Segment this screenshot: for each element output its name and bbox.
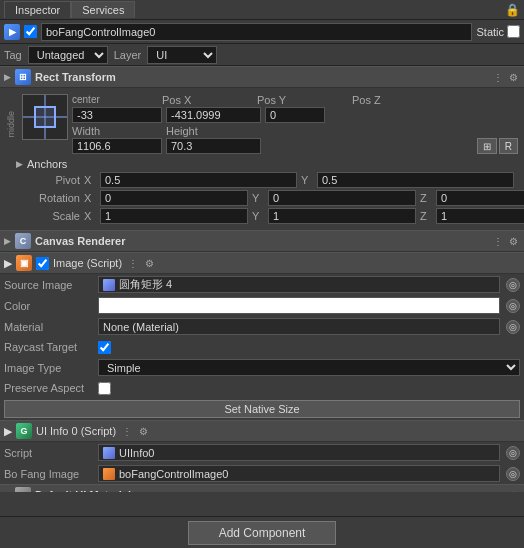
top-bar: Inspector Services 🔒 bbox=[0, 0, 524, 20]
material-text: None (Material) bbox=[103, 321, 179, 333]
layer-dropdown[interactable]: UI bbox=[147, 46, 217, 64]
rect-transform-title: Rect Transform bbox=[35, 71, 487, 83]
rotation-row: Rotation X Y Z bbox=[6, 190, 518, 206]
static-checkbox[interactable] bbox=[507, 25, 520, 38]
source-image-circle-btn[interactable]: ◎ bbox=[506, 278, 520, 292]
r-button[interactable]: ⊞ bbox=[477, 138, 497, 154]
preserve-aspect-label: Preserve Aspect bbox=[4, 382, 94, 394]
canvas-renderer-gear-btn[interactable]: ⚙ bbox=[507, 236, 520, 247]
pivot-xyz: X Y bbox=[84, 172, 514, 188]
pos-y-input[interactable] bbox=[166, 107, 261, 123]
ui-info-script-circle-btn[interactable]: ◎ bbox=[506, 446, 520, 460]
source-image-icon bbox=[103, 279, 115, 291]
width-input[interactable] bbox=[72, 138, 162, 154]
rect-transform-gear-btn[interactable]: ⚙ bbox=[507, 72, 520, 83]
default-material-menu-btn[interactable]: ⋮ bbox=[491, 490, 505, 493]
image-script-gear-btn[interactable]: ⚙ bbox=[143, 258, 156, 269]
image-type-dropdown[interactable]: Simple bbox=[98, 359, 520, 376]
tag-dropdown[interactable]: Untagged bbox=[28, 46, 108, 64]
image-script-triangle[interactable]: ▶ bbox=[4, 257, 12, 270]
scale-label: Scale bbox=[10, 210, 80, 222]
bo-fang-row: Bo Fang Image boFangControlImage0 ◎ bbox=[0, 463, 524, 484]
image-script-actions: ⋮ ⚙ bbox=[126, 257, 156, 269]
rect-transform-triangle[interactable]: ▶ bbox=[4, 72, 11, 82]
source-image-row: Source Image 圆角矩形 4 ◎ bbox=[0, 274, 524, 295]
tab-inspector[interactable]: Inspector bbox=[4, 1, 71, 18]
color-label: Color bbox=[4, 300, 94, 312]
object-name-input[interactable] bbox=[41, 23, 472, 41]
ui-info-icon: G bbox=[16, 423, 32, 439]
scale-y-input[interactable] bbox=[268, 208, 416, 224]
raycast-checkbox[interactable] bbox=[98, 341, 111, 354]
color-swatch[interactable] bbox=[98, 297, 500, 314]
rect-widget bbox=[22, 94, 68, 140]
pos-z-label: Pos Z bbox=[352, 94, 412, 106]
scale-x-input[interactable] bbox=[100, 208, 248, 224]
pos-x-input[interactable] bbox=[72, 107, 162, 123]
width-label: Width bbox=[72, 125, 162, 137]
ui-info-triangle[interactable]: ▶ bbox=[4, 425, 12, 438]
center-label: center bbox=[72, 94, 162, 106]
object-active-checkbox[interactable] bbox=[24, 25, 37, 38]
canvas-renderer-header: ▶ C Canvas Renderer ⋮ ⚙ bbox=[0, 230, 524, 252]
rot-y-label: Y bbox=[252, 192, 264, 204]
color-circle-btn[interactable]: ◎ bbox=[506, 299, 520, 313]
scale-z-input[interactable] bbox=[436, 208, 524, 224]
set-native-size-btn[interactable]: Set Native Size bbox=[4, 400, 520, 418]
canvas-renderer-triangle[interactable]: ▶ bbox=[4, 236, 11, 246]
static-label: Static bbox=[476, 26, 504, 38]
ui-info-script-label: Script bbox=[4, 447, 94, 459]
bo-fang-icon bbox=[103, 468, 115, 480]
default-material-gear-btn[interactable]: ⚙ bbox=[507, 490, 520, 493]
material-label: Material bbox=[4, 321, 94, 333]
scale-y-label: Y bbox=[252, 210, 264, 222]
preserve-aspect-checkbox[interactable] bbox=[98, 382, 111, 395]
scale-x-label: X bbox=[84, 210, 96, 222]
pivot-label: Pivot bbox=[10, 174, 80, 186]
pivot-x-label: X bbox=[84, 174, 96, 186]
bo-fang-circle-btn[interactable]: ◎ bbox=[506, 467, 520, 481]
image-script-checkbox[interactable] bbox=[36, 257, 49, 270]
image-type-row: Image Type Simple bbox=[0, 357, 524, 378]
image-script-menu-btn[interactable]: ⋮ bbox=[126, 258, 140, 269]
middle-label: middle bbox=[6, 111, 16, 138]
canvas-renderer-actions: ⋮ ⚙ bbox=[491, 236, 520, 247]
r-button2[interactable]: R bbox=[499, 138, 518, 154]
anchors-triangle[interactable]: ▶ bbox=[16, 159, 23, 169]
source-image-value-box[interactable]: 圆角矩形 4 bbox=[98, 276, 500, 293]
ui-info-title: UI Info 0 (Script) bbox=[36, 425, 116, 437]
rotation-label: Rotation bbox=[10, 192, 80, 204]
rotation-xyz: X Y Z bbox=[84, 190, 524, 206]
ui-info-menu-btn[interactable]: ⋮ bbox=[120, 426, 134, 437]
bottom-bar: Add Component bbox=[0, 516, 524, 548]
lock-icon[interactable]: 🔒 bbox=[505, 3, 520, 17]
ui-info-script-row: Script UIInfo0 ◎ bbox=[0, 442, 524, 463]
pos-z-input[interactable] bbox=[265, 107, 325, 123]
ui-info-gear-btn[interactable]: ⚙ bbox=[137, 426, 150, 437]
default-material-triangle[interactable]: ▶ bbox=[4, 490, 11, 492]
ui-info-script-value-box[interactable]: UIInfo0 bbox=[98, 444, 500, 461]
material-circle-btn[interactable]: ◎ bbox=[506, 320, 520, 334]
ui-info-script-text: UIInfo0 bbox=[119, 447, 154, 459]
material-value-box[interactable]: None (Material) bbox=[98, 318, 500, 335]
default-material-actions: ⋮ ⚙ bbox=[491, 490, 520, 493]
layer-label: Layer bbox=[114, 49, 142, 61]
default-material-header: ▶ M Default UI Material ⋮ ⚙ bbox=[0, 484, 524, 492]
height-input[interactable] bbox=[166, 138, 261, 154]
rect-transform-menu-btn[interactable]: ⋮ bbox=[491, 72, 505, 83]
ui-info-actions: ⋮ ⚙ bbox=[120, 425, 150, 437]
rot-x-input[interactable] bbox=[100, 190, 248, 206]
bo-fang-value-box[interactable]: boFangControlImage0 bbox=[98, 465, 500, 482]
rot-y-input[interactable] bbox=[268, 190, 416, 206]
pivot-x-input[interactable] bbox=[100, 172, 297, 188]
rot-z-input[interactable] bbox=[436, 190, 524, 206]
tab-services[interactable]: Services bbox=[71, 1, 135, 18]
material-row: Material None (Material) ◎ bbox=[0, 316, 524, 337]
pivot-row: Pivot X Y bbox=[6, 172, 518, 188]
pos-x-label: Pos X bbox=[162, 94, 257, 106]
pivot-y-input[interactable] bbox=[317, 172, 514, 188]
add-component-btn[interactable]: Add Component bbox=[188, 521, 337, 545]
canvas-renderer-menu-btn[interactable]: ⋮ bbox=[491, 236, 505, 247]
canvas-renderer-icon: C bbox=[15, 233, 31, 249]
rot-z-label: Z bbox=[420, 192, 432, 204]
